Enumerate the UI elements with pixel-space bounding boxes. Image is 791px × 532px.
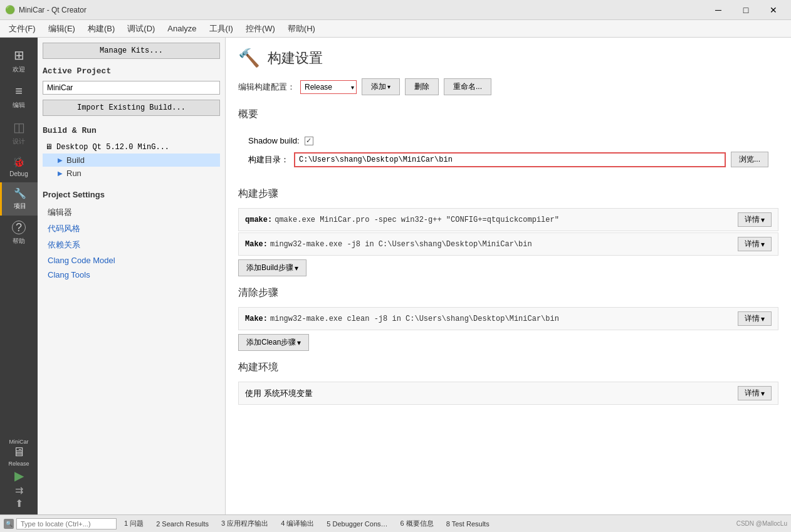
locate-input[interactable] bbox=[16, 518, 117, 529]
app-icon: 🟢 bbox=[5, 5, 15, 14]
desktop-icon: 🖥 bbox=[45, 142, 53, 152]
env-details-label: 详情 bbox=[745, 388, 760, 399]
main-layout: ⊞ 欢迎 ≡ 编辑 ◫ 设计 🐞 Debug 🔧 项目 ? 帮助 bbox=[0, 38, 791, 514]
env-row: 使用 系统环境变量 详情 ▾ bbox=[238, 382, 778, 405]
run-tree-item[interactable]: ▶ Run bbox=[43, 167, 220, 180]
clean-make-label: Make: bbox=[245, 315, 268, 323]
bottom-bar: 🔍 1 问题 2 Search Results 3 应用程序输出 4 编译输出 … bbox=[0, 514, 791, 532]
rename-config-button[interactable]: 重命名... bbox=[444, 78, 491, 95]
tab-overview[interactable]: 6 概要信息 bbox=[395, 518, 439, 529]
sidebar-item-edit[interactable]: ≡ 编辑 bbox=[0, 79, 38, 115]
menu-bar: 文件(F) 编辑(E) 构建(B) 调试(D) Analyze 工具(I) 控件… bbox=[0, 20, 791, 38]
qmake-value: qmake.exe MiniCar.pro -spec win32-g++ "C… bbox=[275, 216, 738, 224]
left-sidebar: ⊞ 欢迎 ≡ 编辑 ◫ 设计 🐞 Debug 🔧 项目 ? 帮助 bbox=[0, 38, 38, 514]
sidebar-bottom: MiniCar 🖥 Release ▶ ⇉ ⬆ bbox=[0, 436, 38, 514]
help-icon: ? bbox=[12, 221, 26, 234]
project-settings-title: Project Settings bbox=[43, 190, 220, 199]
dir-input[interactable] bbox=[294, 152, 726, 167]
overview-header: 概要 bbox=[238, 108, 778, 121]
settings-dependencies[interactable]: 依赖关系 bbox=[43, 237, 220, 253]
desktop-item[interactable]: 🖥 Desktop Qt 5.12.0 MinG... bbox=[43, 140, 220, 154]
stop-button[interactable]: ⬆ bbox=[15, 498, 23, 509]
make-details-button[interactable]: 详情 ▾ bbox=[738, 237, 772, 251]
tab-debugger[interactable]: 5 Debugger Cons… bbox=[322, 519, 392, 529]
locate-icon: 🔍 bbox=[4, 519, 14, 529]
menu-controls[interactable]: 控件(W) bbox=[239, 21, 281, 37]
settings-clang-tools[interactable]: Clang Tools bbox=[43, 268, 220, 282]
clean-details-button[interactable]: 详情 ▾ bbox=[738, 311, 772, 326]
build-dir-row: 构建目录： 浏览... bbox=[248, 152, 768, 167]
design-icon: ◫ bbox=[13, 120, 25, 135]
dir-label: 构建目录： bbox=[248, 154, 289, 165]
tab-search[interactable]: 2 Search Results bbox=[151, 519, 214, 529]
minicar-target: Release bbox=[8, 461, 29, 467]
build-arrow: ▶ bbox=[58, 157, 63, 164]
welcome-icon: ⊞ bbox=[14, 48, 24, 63]
checkbox-check: ✓ bbox=[306, 137, 312, 145]
menu-file[interactable]: 文件(F) bbox=[3, 21, 42, 37]
config-select[interactable]: Release Debug bbox=[300, 80, 357, 94]
sidebar-label-edit: 编辑 bbox=[13, 101, 25, 110]
add-config-button[interactable]: 添加 ▾ bbox=[362, 78, 400, 95]
browse-button[interactable]: 浏览... bbox=[731, 152, 768, 167]
tab-test[interactable]: 8 Test Results bbox=[441, 519, 495, 529]
window-controls: ─ □ ✕ bbox=[706, 1, 786, 19]
delete-config-button[interactable]: 删除 bbox=[405, 78, 439, 95]
tab-compile-output[interactable]: 4 编译输出 bbox=[276, 518, 319, 529]
maximize-button[interactable]: □ bbox=[733, 1, 758, 19]
settings-clang-model[interactable]: Clang Code Model bbox=[43, 253, 220, 268]
import-build-button[interactable]: Import Existing Build... bbox=[43, 100, 220, 116]
delete-config-label: 删除 bbox=[414, 81, 429, 92]
sidebar-item-help[interactable]: ? 帮助 bbox=[0, 216, 38, 251]
add-clean-step-button[interactable]: 添加Clean步骤 ▾ bbox=[238, 334, 309, 351]
manage-kits-button[interactable]: Manage Kits... bbox=[43, 43, 220, 59]
clean-steps-header: 清除步骤 bbox=[238, 286, 778, 300]
debug-icon: 🐞 bbox=[13, 156, 25, 168]
minicar-icon: 🖥 bbox=[13, 445, 25, 459]
sidebar-item-project[interactable]: 🔧 项目 bbox=[0, 182, 38, 216]
sidebar-label-design: 设计 bbox=[13, 137, 25, 146]
add-config-arrow: ▾ bbox=[387, 83, 390, 90]
title-bar: 🟢 MiniCar - Qt Creator ─ □ ✕ bbox=[0, 0, 791, 20]
project-settings-section: Project Settings 编辑器 代码风格 依赖关系 Clang Cod… bbox=[43, 190, 220, 282]
clean-make-step-row: Make: mingw32-make.exe clean -j8 in C:\U… bbox=[238, 307, 778, 330]
menu-analyze[interactable]: Analyze bbox=[161, 21, 202, 36]
step-button[interactable]: ⇉ bbox=[15, 484, 23, 496]
menu-build[interactable]: 构建(B) bbox=[81, 21, 121, 37]
make-details-label: 详情 bbox=[745, 239, 760, 249]
project-select[interactable]: MiniCar bbox=[43, 81, 220, 95]
close-button[interactable]: ✕ bbox=[761, 1, 786, 19]
clean-details-label: 详情 bbox=[745, 313, 760, 324]
add-build-step-button[interactable]: 添加Build步骤 ▾ bbox=[238, 259, 306, 276]
shadow-build-row: Shadow build: ✓ bbox=[248, 136, 768, 145]
tab-problems[interactable]: 1 问题 bbox=[119, 518, 149, 529]
sidebar-item-design[interactable]: ◫ 设计 bbox=[0, 115, 38, 151]
sidebar-item-welcome[interactable]: ⊞ 欢迎 bbox=[0, 43, 38, 79]
sidebar-item-debug[interactable]: 🐞 Debug bbox=[0, 151, 38, 182]
watermark: CSDN @MallocLu bbox=[736, 520, 787, 527]
minimize-button[interactable]: ─ bbox=[706, 1, 731, 19]
qmake-details-button[interactable]: 详情 ▾ bbox=[738, 212, 772, 227]
settings-editor[interactable]: 编辑器 bbox=[43, 204, 220, 221]
env-label: 使用 系统环境变量 bbox=[245, 388, 738, 399]
settings-code-style[interactable]: 代码风格 bbox=[43, 221, 220, 237]
menu-tools[interactable]: 工具(I) bbox=[203, 21, 239, 37]
sidebar-label-debug: Debug bbox=[9, 170, 28, 177]
tab-app-output[interactable]: 3 应用程序输出 bbox=[216, 518, 273, 529]
qmake-step-row: qmake: qmake.exe MiniCar.pro -spec win32… bbox=[238, 208, 778, 231]
sidebar-label-welcome: 欢迎 bbox=[13, 65, 25, 74]
build-tree-item[interactable]: ▶ Build bbox=[43, 154, 220, 167]
env-details-button[interactable]: 详情 ▾ bbox=[738, 386, 772, 400]
menu-help[interactable]: 帮助(H) bbox=[281, 21, 322, 37]
run-button[interactable]: ▶ bbox=[14, 468, 24, 483]
shadow-build-checkbox[interactable]: ✓ bbox=[305, 137, 313, 145]
config-label: 编辑构建配置： bbox=[238, 81, 295, 93]
desktop-label: Desktop Qt 5.12.0 MinG... bbox=[56, 143, 169, 152]
left-panel: Manage Kits... Active Project MiniCar Im… bbox=[38, 38, 226, 514]
menu-debug[interactable]: 调试(D) bbox=[121, 21, 161, 37]
edit-icon: ≡ bbox=[15, 84, 23, 98]
clean-make-value: mingw32-make.exe clean -j8 in C:\Users\s… bbox=[270, 315, 738, 323]
env-details-arrow: ▾ bbox=[761, 389, 765, 398]
menu-edit[interactable]: 编辑(E) bbox=[42, 21, 81, 37]
add-clean-step-label: 添加Clean步骤 bbox=[246, 337, 296, 348]
